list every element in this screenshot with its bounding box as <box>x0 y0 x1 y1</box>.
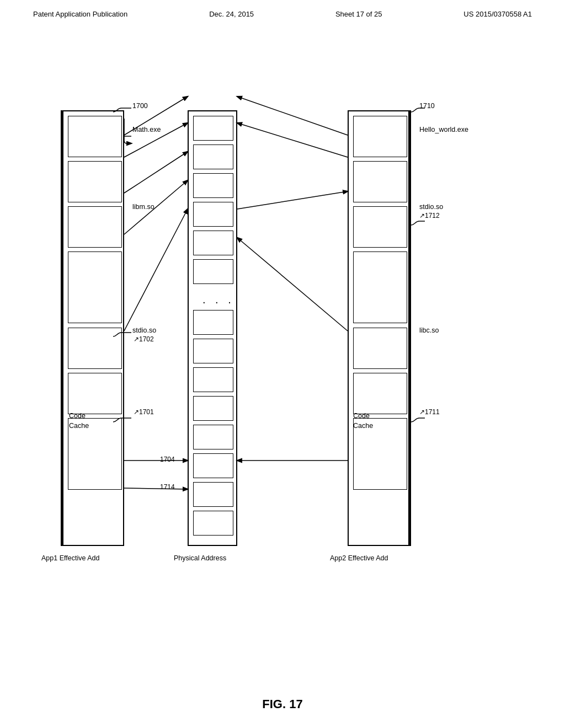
a2-block-6 <box>353 373 407 414</box>
p-block-12 <box>193 453 233 478</box>
a2-block-3 <box>353 206 407 248</box>
label-libc: libc.so <box>419 326 439 334</box>
p-block-6 <box>193 259 233 284</box>
p-block-14 <box>193 511 233 536</box>
label-math: Math.exe <box>132 126 161 133</box>
col-phys: . . . <box>188 110 237 546</box>
header-left: Patent Application Publication <box>33 10 127 18</box>
label-hello: Hello_world.exe <box>419 126 468 133</box>
col-label-app1: App1 Effective Add <box>41 554 99 562</box>
p-block-1 <box>193 116 233 141</box>
p-block-13 <box>193 482 233 507</box>
p-dots: . . . <box>202 293 234 306</box>
p-block-2 <box>193 144 233 169</box>
a1-block-5 <box>68 328 122 369</box>
a1-block-6 <box>68 373 122 414</box>
ref-1714: 1714 <box>160 483 175 491</box>
a1-block-4 <box>68 251 122 323</box>
col-label-phys: Physical Address <box>174 554 226 562</box>
p-block-7 <box>193 310 233 335</box>
label-1710: 1710 <box>419 102 435 110</box>
a1-block-1 <box>68 116 122 157</box>
header-patent: US 2015/0370558 A1 <box>463 10 532 18</box>
a1-block-2 <box>68 161 122 202</box>
a2-block-2 <box>353 161 407 202</box>
diagram-container: . . . 1700 Math.exe libm.so stdio.so ↗17… <box>28 77 535 629</box>
label-stdio-right: stdio.so <box>419 203 443 211</box>
a1-block-3 <box>68 206 122 248</box>
p-block-8 <box>193 339 233 363</box>
fig-caption: FIG. 17 <box>0 697 565 711</box>
a2-block-1 <box>353 116 407 157</box>
header-date: Dec. 24, 2015 <box>209 10 254 18</box>
p-block-11 <box>193 425 233 449</box>
col-app2 <box>348 110 411 546</box>
col-app1 <box>61 110 124 546</box>
label-code-cache-right: Code Cache <box>353 411 373 431</box>
p-block-5 <box>193 231 233 255</box>
ref-1711: ↗1711 <box>419 408 440 416</box>
label-code-cache-left: Code Cache <box>69 411 89 431</box>
label-libm: libm.so <box>132 203 154 211</box>
p-block-9 <box>193 367 233 392</box>
ref-1704: 1704 <box>160 456 175 463</box>
p-block-4 <box>193 202 233 227</box>
a2-block-5 <box>353 328 407 369</box>
label-1700: 1700 <box>132 102 148 110</box>
p-block-10 <box>193 396 233 421</box>
header-sheet: Sheet 17 of 25 <box>335 10 382 18</box>
a2-block-4 <box>353 251 407 323</box>
label-stdio-left: stdio.so <box>132 326 156 334</box>
ref-1702: ↗1702 <box>134 335 154 343</box>
ref-1701: ↗1701 <box>134 408 154 416</box>
col-label-app2: App2 Effective Add <box>330 554 388 562</box>
ref-1712: ↗1712 <box>419 212 440 220</box>
p-block-3 <box>193 173 233 198</box>
page-header: Patent Application Publication Dec. 24, … <box>0 0 565 18</box>
